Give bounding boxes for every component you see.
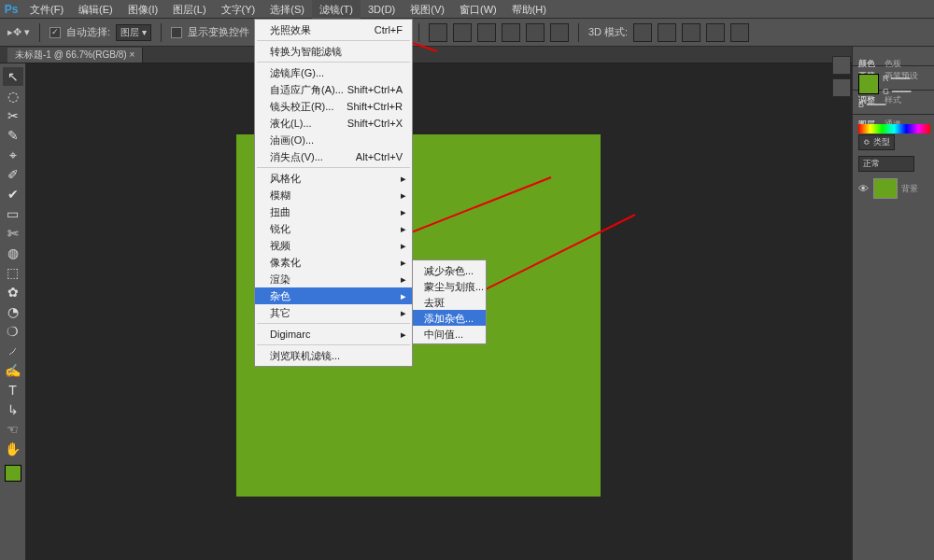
zoom-tool[interactable]: ✋ xyxy=(3,440,23,458)
noise-reduce[interactable]: 减少杂色... xyxy=(413,262,486,278)
filter-recent[interactable]: 光照效果Ctrl+F xyxy=(255,21,412,38)
brush-tool[interactable]: ▭ xyxy=(3,204,23,223)
menu-image[interactable]: 图像(I) xyxy=(120,0,165,19)
auto-select-checkbox[interactable] xyxy=(50,27,61,38)
app-logo: Ps xyxy=(0,0,22,19)
filter-stylize[interactable]: 风格化▸ xyxy=(255,170,412,187)
layer-thumbnail[interactable] xyxy=(873,178,898,199)
menu-filter[interactable]: 滤镜(T) xyxy=(312,0,361,19)
menu-edit[interactable]: 编辑(E) xyxy=(71,0,120,19)
eyedropper-tool[interactable]: ✐ xyxy=(3,165,23,184)
visibility-icon[interactable]: 👁 xyxy=(858,183,870,194)
wand-tool[interactable]: ✎ xyxy=(3,126,23,145)
filter-render[interactable]: 渲染▸ xyxy=(255,271,412,287)
filter-other[interactable]: 其它▸ xyxy=(255,304,412,321)
filter-video[interactable]: 视频▸ xyxy=(255,237,412,254)
shape-tool[interactable]: ↳ xyxy=(3,400,23,419)
path-tool[interactable]: T xyxy=(3,381,23,399)
auto-select-label: 自动选择: xyxy=(66,25,110,39)
foreground-color-swatch[interactable] xyxy=(5,465,21,482)
tool-palette: ↖ ◌ ✂ ✎ ⌖ ✐ ✔ ▭ ✄ ◍ ⬚ ✿ ◔ ❍ ⟋ ✍ T ↳ ☜ ✋ xyxy=(0,63,26,560)
right-panels: 颜色 色板 R ━━━━ G ━━━━ B ━━━━ 画笔 画笔预设 调整 样式… xyxy=(852,47,934,560)
hand-tool[interactable]: ☜ xyxy=(3,420,23,439)
blur-tool[interactable]: ◔ xyxy=(3,302,23,321)
filter-browse-online[interactable]: 浏览联机滤镜... xyxy=(255,347,412,364)
filter-sharpen[interactable]: 锐化▸ xyxy=(255,220,412,237)
menu-3d[interactable]: 3D(D) xyxy=(361,0,403,19)
filter-menu: 光照效果Ctrl+F 转换为智能滤镜 滤镜库(G)... 自适应广角(A)...… xyxy=(254,19,413,367)
layer-kind-dropdown[interactable]: ≎ 类型 xyxy=(858,134,895,150)
dist-btn-2[interactable] xyxy=(453,23,472,42)
filter-adaptive-wide[interactable]: 自适应广角(A)...Shift+Ctrl+A xyxy=(255,81,412,98)
panel-icon-2[interactable] xyxy=(832,78,851,97)
filter-distort[interactable]: 扭曲▸ xyxy=(255,203,412,220)
color-swatch[interactable] xyxy=(858,74,879,94)
tab-color[interactable]: 颜色 xyxy=(858,58,875,70)
menu-type[interactable]: 文字(Y) xyxy=(214,0,263,19)
menu-view[interactable]: 视图(V) xyxy=(403,0,452,19)
filter-lens-correction[interactable]: 镜头校正(R)...Shift+Ctrl+R xyxy=(255,98,412,115)
dist-btn-6[interactable] xyxy=(550,23,569,42)
mode3d-btn-1[interactable] xyxy=(633,23,652,42)
layer-row[interactable]: 👁 背景 xyxy=(858,177,928,200)
mode-3d-label: 3D 模式: xyxy=(588,25,628,39)
noise-dust-scratches[interactable]: 蒙尘与划痕... xyxy=(413,278,486,294)
filter-digimarc[interactable]: Digimarc▸ xyxy=(255,326,412,343)
eraser-tool[interactable]: ⬚ xyxy=(3,263,23,282)
filter-noise[interactable]: 杂色▸ xyxy=(255,287,412,304)
noise-submenu: 减少杂色... 蒙尘与划痕... 去斑 添加杂色... 中间值... xyxy=(412,259,487,344)
tab-swatches[interactable]: 色板 xyxy=(884,58,901,70)
filter-pixelate[interactable]: 像素化▸ xyxy=(255,254,412,271)
panel-icon-1[interactable] xyxy=(832,56,851,75)
move-tool[interactable]: ↖ xyxy=(3,67,23,86)
filter-liquify[interactable]: 液化(L)...Shift+Ctrl+X xyxy=(255,115,412,132)
menu-layer[interactable]: 图层(L) xyxy=(165,0,213,19)
filter-gallery[interactable]: 滤镜库(G)... xyxy=(255,64,412,81)
menu-window[interactable]: 窗口(W) xyxy=(452,0,504,19)
dist-btn-1[interactable] xyxy=(429,23,447,42)
noise-add-noise[interactable]: 添加杂色... xyxy=(413,310,486,326)
dist-btn-4[interactable] xyxy=(502,23,520,42)
stamp-tool[interactable]: ✄ xyxy=(3,224,23,243)
mode3d-btn-3[interactable] xyxy=(682,23,700,42)
menu-file[interactable]: 文件(F) xyxy=(22,0,71,19)
color-panel: 颜色 色板 R ━━━━ G ━━━━ B ━━━━ xyxy=(858,58,930,133)
mode3d-btn-5[interactable] xyxy=(730,23,749,42)
layer-name: 背景 xyxy=(901,183,918,195)
lasso-tool[interactable]: ✂ xyxy=(3,106,23,125)
noise-median[interactable]: 中间值... xyxy=(413,326,486,342)
document-tab-bar: 未标题-1 @ 66.7%(RGB/8) × xyxy=(0,47,934,63)
menu-bar: Ps 文件(F) 编辑(E) 图像(I) 图层(L) 文字(Y) 选择(S) 滤… xyxy=(0,0,934,19)
menu-help[interactable]: 帮助(H) xyxy=(504,0,554,19)
layer-dropdown[interactable]: 图层 ▾ xyxy=(116,24,151,41)
mode3d-btn-4[interactable] xyxy=(706,23,725,42)
options-bar: ▸✥ ▾ 自动选择: 图层 ▾ 显示变换控件 3D 模式: xyxy=(0,19,934,47)
marquee-tool[interactable]: ◌ xyxy=(3,87,23,105)
show-transform-label: 显示变换控件 xyxy=(188,25,249,39)
filter-oil-paint[interactable]: 油画(O)... xyxy=(255,132,412,148)
filter-blur[interactable]: 模糊▸ xyxy=(255,187,412,203)
dist-btn-5[interactable] xyxy=(526,23,545,42)
filter-convert-smart[interactable]: 转换为智能滤镜 xyxy=(255,43,412,60)
history-brush-tool[interactable]: ◍ xyxy=(3,244,23,262)
blend-mode-dropdown[interactable]: 正常 xyxy=(858,156,914,172)
spectrum-bar[interactable] xyxy=(858,124,930,133)
menu-select[interactable]: 选择(S) xyxy=(262,0,312,19)
gradient-tool[interactable]: ✿ xyxy=(3,283,23,301)
mode3d-btn-2[interactable] xyxy=(658,23,676,42)
show-transform-checkbox[interactable] xyxy=(171,27,182,38)
dodge-tool[interactable]: ❍ xyxy=(3,322,23,341)
dist-btn-3[interactable] xyxy=(477,23,496,42)
crop-tool[interactable]: ⌖ xyxy=(3,146,23,164)
noise-despeckle[interactable]: 去斑 xyxy=(413,294,486,310)
move-tool-icon: ▸✥ ▾ xyxy=(7,26,30,38)
heal-tool[interactable]: ✔ xyxy=(3,185,23,203)
document-tab[interactable]: 未标题-1 @ 66.7%(RGB/8) × xyxy=(7,48,143,63)
text-tool[interactable]: ✍ xyxy=(3,361,23,380)
pen-tool[interactable]: ⟋ xyxy=(3,342,23,360)
filter-vanishing-point[interactable]: 消失点(V)...Alt+Ctrl+V xyxy=(255,148,412,165)
